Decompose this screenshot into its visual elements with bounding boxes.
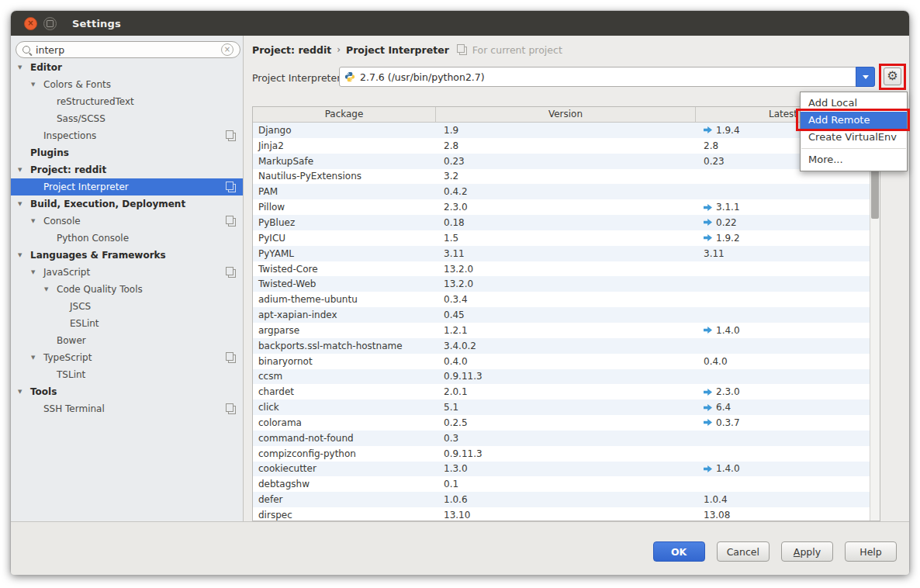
gear-button[interactable]: ⚙ bbox=[884, 67, 901, 85]
package-row-twisted-web[interactable]: Twisted-Web13.2.0 bbox=[253, 276, 870, 292]
titlebar[interactable]: × Settings bbox=[11, 11, 909, 36]
clear-search-icon[interactable]: × bbox=[221, 43, 233, 56]
tree-item-typescript[interactable]: ▼TypeScript bbox=[11, 349, 243, 366]
tree-item-tslint[interactable]: TSLint bbox=[11, 366, 243, 383]
package-row-pybluez[interactable]: PyBluez0.180.22 bbox=[253, 215, 870, 230]
expand-arrow-icon[interactable]: ▼ bbox=[30, 81, 43, 88]
tree-item-bower[interactable]: Bower bbox=[11, 332, 243, 349]
interpreter-select[interactable]: 2.7.6 (/usr/bin/python2.7) bbox=[339, 67, 875, 87]
package-row-jinja2[interactable]: Jinja22.82.8 bbox=[253, 138, 870, 154]
expand-arrow-icon[interactable]: ▼ bbox=[43, 286, 57, 292]
tree-item-tools[interactable]: ▼Tools bbox=[11, 383, 243, 400]
settings-search-field[interactable]: interp × bbox=[16, 41, 240, 58]
tree-item-plugins[interactable]: Plugins bbox=[11, 144, 243, 161]
ok-button[interactable]: OK bbox=[653, 541, 705, 562]
menu-item-create-virtualenv[interactable]: Create VirtualEnv bbox=[801, 129, 907, 146]
menu-item-more[interactable]: More... bbox=[801, 151, 907, 168]
cancel-button[interactable]: Cancel bbox=[717, 541, 770, 562]
tree-item-languages-frameworks[interactable]: ▼Languages & Frameworks bbox=[11, 247, 243, 264]
package-row-pam[interactable]: PAM0.4.2 bbox=[253, 184, 870, 199]
package-version: 1.2.1 bbox=[435, 325, 695, 336]
package-row-ccsm[interactable]: ccsm0.9.11.3 bbox=[253, 369, 870, 385]
package-row-debtagshw[interactable]: debtagshw0.1 bbox=[253, 476, 870, 492]
tree-item-project-interpreter[interactable]: Project Interpreter bbox=[11, 178, 243, 195]
package-row-pillow[interactable]: Pillow2.3.03.1.1 bbox=[253, 199, 870, 215]
package-name: Django bbox=[253, 125, 435, 136]
tree-item-eslint[interactable]: ESLint bbox=[11, 315, 243, 332]
package-row-command-not-found[interactable]: command-not-found0.3 bbox=[253, 431, 870, 446]
tree-item-restructuredtext[interactable]: reStructuredText bbox=[11, 93, 243, 110]
maximize-button[interactable] bbox=[43, 17, 57, 30]
search-input[interactable]: interp bbox=[36, 44, 221, 56]
column-header-package[interactable]: Package bbox=[253, 107, 435, 122]
package-row-compizconfig-python[interactable]: compizconfig-python0.9.11.3 bbox=[253, 446, 870, 462]
package-latest: 3.11 bbox=[695, 248, 870, 259]
expand-arrow-icon[interactable]: ▼ bbox=[17, 252, 30, 258]
help-button[interactable]: Help bbox=[845, 541, 897, 562]
tree-item-label: Plugins bbox=[30, 147, 69, 158]
scrollbar-thumb[interactable] bbox=[871, 168, 879, 219]
package-row-pyyaml[interactable]: PyYAML3.113.11 bbox=[253, 246, 870, 261]
package-row-twisted-core[interactable]: Twisted-Core13.2.0 bbox=[253, 261, 870, 277]
apply-button[interactable]: Apply bbox=[781, 541, 833, 562]
package-row-backports-ssl-match-hostname[interactable]: backports.ssl-match-hostname3.4.0.2 bbox=[253, 338, 870, 354]
menu-item-add-local[interactable]: Add Local bbox=[801, 95, 907, 112]
expand-arrow-icon[interactable]: ▼ bbox=[17, 389, 30, 395]
tree-item-build-execution-deployment[interactable]: ▼Build, Execution, Deployment bbox=[11, 195, 243, 213]
package-row-chardet[interactable]: chardet2.0.12.3.0 bbox=[253, 384, 870, 399]
package-row-pyicu[interactable]: PyICU1.51.9.2 bbox=[253, 230, 870, 246]
package-latest: 1.4.0 bbox=[695, 325, 870, 336]
package-version: 1.5 bbox=[435, 233, 695, 244]
tree-item-python-console[interactable]: Python Console bbox=[11, 230, 243, 247]
package-name: Twisted-Web bbox=[253, 278, 435, 289]
package-row-django[interactable]: Django1.91.9.4 bbox=[253, 123, 870, 138]
tree-item-label: Inspections bbox=[43, 130, 96, 141]
tree-item-label: Colors & Fonts bbox=[43, 79, 111, 90]
tree-item-sass-scss[interactable]: Sass/SCSS bbox=[11, 110, 243, 127]
latest-version-text: 0.3.7 bbox=[716, 417, 740, 428]
package-row-argparse[interactable]: argparse1.2.11.4.0 bbox=[253, 323, 870, 338]
menu-item-add-remote[interactable]: Add Remote bbox=[801, 112, 907, 129]
tree-item-project-reddit[interactable]: ▼Project: reddit bbox=[11, 161, 243, 178]
package-latest: 13.08 bbox=[695, 510, 870, 521]
package-row-defer[interactable]: defer1.0.61.0.4 bbox=[253, 492, 870, 507]
breadcrumb-project[interactable]: Project: reddit bbox=[252, 44, 331, 56]
package-row-click[interactable]: click5.16.4 bbox=[253, 399, 870, 415]
tree-item-ssh-terminal[interactable]: SSH Terminal bbox=[11, 400, 243, 417]
tree-item-label: Project Interpreter bbox=[43, 182, 129, 192]
column-header-version[interactable]: Version bbox=[435, 107, 695, 122]
combo-dropdown-button[interactable] bbox=[856, 67, 875, 87]
tree-item-label: Build, Execution, Deployment bbox=[30, 199, 185, 209]
package-name: backports.ssl-match-hostname bbox=[253, 341, 435, 351]
package-row-binaryornot[interactable]: binaryornot0.4.00.4.0 bbox=[253, 354, 870, 369]
expand-arrow-icon[interactable]: ▼ bbox=[17, 201, 30, 207]
tree-item-jscs[interactable]: JSCS bbox=[11, 298, 243, 315]
expand-arrow-icon[interactable]: ▼ bbox=[17, 167, 30, 173]
shared-settings-icon bbox=[228, 406, 236, 414]
expand-arrow-icon[interactable]: ▼ bbox=[30, 218, 43, 224]
package-row-apt-xapian-index[interactable]: apt-xapian-index0.45 bbox=[253, 307, 870, 323]
package-row-adium-theme-ubuntu[interactable]: adium-theme-ubuntu0.3.4 bbox=[253, 292, 870, 307]
tree-item-console[interactable]: ▼Console bbox=[11, 213, 243, 230]
package-row-colorama[interactable]: colorama0.2.50.3.7 bbox=[253, 415, 870, 431]
package-name: PyBluez bbox=[253, 217, 435, 228]
interpreter-value: 2.7.6 (/usr/bin/python2.7) bbox=[360, 71, 485, 83]
package-row-dirspec[interactable]: dirspec13.1013.08 bbox=[253, 507, 870, 521]
tree-item-colors-fonts[interactable]: ▼Colors & Fonts bbox=[11, 76, 243, 93]
expand-arrow-icon[interactable]: ▼ bbox=[30, 355, 43, 361]
table-scrollbar[interactable] bbox=[870, 123, 880, 521]
package-name: binaryornot bbox=[253, 356, 435, 367]
package-row-markupsafe[interactable]: MarkupSafe0.230.23 bbox=[253, 154, 870, 169]
expand-arrow-icon[interactable]: ▼ bbox=[17, 64, 30, 71]
package-name: Pillow bbox=[253, 202, 435, 213]
tree-item-javascript[interactable]: ▼JavaScript bbox=[11, 264, 243, 281]
tree-item-code-quality-tools[interactable]: ▼Code Quality Tools bbox=[11, 281, 243, 298]
expand-arrow-icon[interactable]: ▼ bbox=[30, 269, 43, 275]
package-row-cookiecutter[interactable]: cookiecutter1.3.01.4.0 bbox=[253, 462, 870, 477]
tree-item-editor[interactable]: ▼Editor bbox=[11, 59, 243, 76]
latest-version-text: 0.4.0 bbox=[704, 356, 728, 367]
tree-item-inspections[interactable]: Inspections bbox=[11, 127, 243, 144]
close-button[interactable]: × bbox=[24, 17, 37, 30]
latest-version-text: 0.22 bbox=[716, 217, 737, 228]
package-row-nautilus-pyextensions[interactable]: Nautilus-PyExtensions3.2 bbox=[253, 169, 870, 185]
